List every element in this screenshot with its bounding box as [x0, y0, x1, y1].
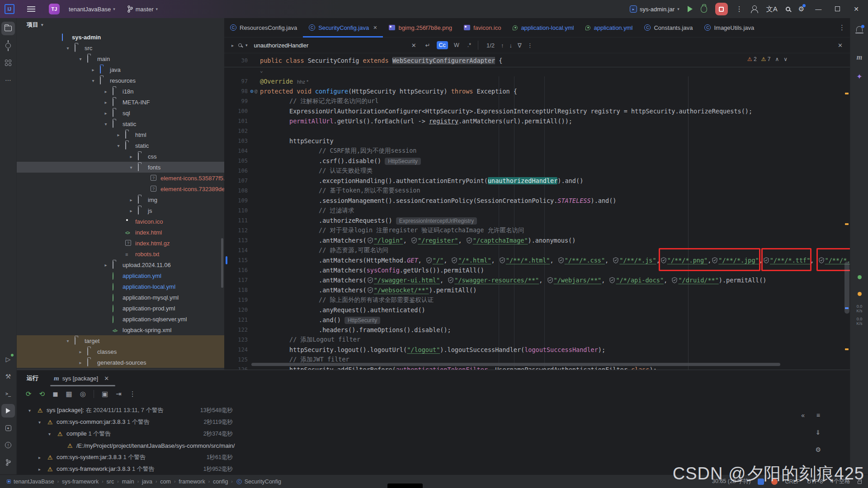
run-configuration-selector[interactable]: ▸ sys-admin.jar▾ — [630, 5, 679, 13]
tree-item[interactable]: ?index.html.gz — [17, 238, 224, 249]
tree-chevron-icon[interactable]: ▸ — [128, 208, 134, 213]
folded-region-row[interactable]: ⌄ — [224, 67, 850, 76]
changes-tool-button[interactable]: ● — [1, 421, 15, 435]
tree-item[interactable]: ▸js — [17, 205, 224, 216]
tree-item[interactable]: sys-admin — [17, 32, 224, 42]
tree-item[interactable]: ?element-icons.732389de.ttf — [17, 183, 224, 194]
line-number[interactable]: 125 — [224, 357, 248, 363]
tree-item[interactable]: ▸META-INF — [17, 97, 224, 108]
services-tool-button[interactable]: ▷ — [1, 352, 15, 366]
tree-chevron-icon[interactable]: ▸ — [103, 89, 109, 94]
stop-process-icon[interactable]: ◼ — [52, 390, 58, 398]
next-match-icon[interactable]: ↓ — [507, 42, 515, 49]
project-selector[interactable]: tenantJavaBase▾ — [66, 4, 118, 14]
tree-chevron-icon[interactable]: ▸ — [103, 100, 109, 105]
line-number[interactable]: 120 — [224, 307, 248, 313]
tree-item[interactable]: application-sqlserver.yml — [17, 314, 224, 324]
line-number[interactable]: 119 — [224, 297, 248, 303]
tree-item[interactable]: ▸img — [17, 194, 224, 205]
rerun-debug-icon[interactable]: ⟲ — [39, 390, 45, 398]
settings-button[interactable]: ⚙ — [798, 5, 804, 13]
output-chevron-icon[interactable]: ▾ — [48, 432, 51, 436]
run-output-row[interactable]: ▾⚠compile 1 个警告2秒374毫秒 — [17, 428, 850, 440]
editor-tab[interactable]: CConstants.java — [638, 18, 698, 37]
output-chevron-icon[interactable]: ▾ — [28, 408, 31, 413]
tree-chevron-icon[interactable]: ▾ — [65, 46, 71, 51]
breadcrumb-item[interactable]: tenantJavaBase — [6, 479, 54, 485]
regex-toggle[interactable]: .* — [465, 41, 473, 49]
tree-item[interactable]: ?element-icons.535877f5.woff — [17, 173, 224, 183]
line-number[interactable]: 97 — [224, 78, 248, 84]
line-number[interactable]: 103 — [224, 138, 248, 144]
more-tools-button[interactable]: ⋯ — [1, 73, 15, 87]
tree-item[interactable]: ▸java — [17, 64, 224, 75]
whole-words-toggle[interactable]: W — [452, 41, 462, 49]
tree-item[interactable]: ▾src — [17, 42, 224, 53]
breadcrumb-item[interactable]: main — [122, 479, 134, 485]
tab-list-kebab-icon[interactable]: ⋮ — [839, 23, 845, 32]
export-icon[interactable]: ⇥ — [116, 390, 122, 398]
editor-tab[interactable]: bgimg.256f7b8e.png — [383, 18, 458, 37]
find-options-icon[interactable]: ⋮ — [524, 42, 536, 49]
tree-chevron-icon[interactable]: ▾ — [65, 338, 71, 343]
editor-tab[interactable]: application-local.yml — [507, 18, 580, 37]
line-number[interactable]: 109 — [224, 197, 248, 204]
horizontal-scrollbar[interactable] — [251, 363, 780, 366]
line-number[interactable]: 99 — [224, 98, 248, 104]
line-number[interactable]: 126 — [224, 366, 248, 370]
output-chevron-icon[interactable]: ▸ — [38, 455, 41, 460]
tree-item[interactable]: application.yml — [17, 270, 224, 281]
clear-search-icon[interactable]: ✕ — [409, 42, 419, 49]
expand-replace-icon[interactable]: ▸ — [231, 43, 234, 48]
run-output-row[interactable]: ▾⚠com:sys-common:jar:3.8.3 1 个警告2秒119毫秒 — [17, 416, 850, 428]
line-number[interactable]: 102 — [224, 128, 248, 134]
project-panel-header[interactable]: 项目▾ — [17, 18, 224, 32]
editor-tab[interactable]: favicon.ico — [458, 18, 507, 37]
line-number[interactable]: 101 — [224, 118, 248, 124]
line-number[interactable]: 106 — [224, 168, 248, 174]
tree-chevron-icon[interactable]: ▾ — [115, 143, 122, 148]
annotation-gutter-icon[interactable]: @ — [255, 88, 258, 94]
close-button[interactable]: ✕ — [851, 5, 862, 13]
tree-item[interactable]: favicon.ico — [17, 216, 224, 227]
tree-item[interactable]: ▾static — [17, 118, 224, 129]
tree-chevron-icon[interactable]: ▸ — [77, 360, 84, 365]
git-tool-button[interactable] — [1, 455, 15, 469]
tree-chevron-icon[interactable]: ▾ — [103, 122, 109, 127]
editor-tab[interactable]: CSecurityConfig.java✕ — [303, 18, 383, 37]
stop-button[interactable] — [715, 3, 728, 15]
line-number[interactable]: 113 — [224, 237, 248, 244]
structure-tool-button[interactable] — [1, 56, 15, 70]
run-options-icon[interactable]: ⋮ — [129, 390, 136, 398]
tree-chevron-icon[interactable]: ▸ — [128, 154, 134, 159]
tree-chevron-icon[interactable]: ▸ — [128, 197, 134, 202]
notifications-button[interactable] — [850, 24, 868, 32]
breadcrumb-item[interactable]: com — [160, 479, 171, 485]
previous-match-icon[interactable]: ↑ — [498, 42, 507, 49]
run-output-row[interactable]: ▾⚠sys [package]: 在 2024/11/11 13:11, 7 个… — [17, 404, 850, 416]
more-actions-button[interactable]: ⋮ — [736, 5, 743, 13]
search-query[interactable]: unauthorizedHandler — [254, 42, 405, 49]
line-number[interactable]: 116 — [224, 267, 248, 273]
line-number[interactable]: 122 — [224, 327, 248, 333]
line-number[interactable]: 112 — [224, 227, 248, 234]
maximize-button[interactable] — [832, 5, 843, 13]
search-history-icon[interactable]: ▾ — [245, 43, 248, 47]
terminal-tool-button[interactable]: >_ — [1, 387, 15, 400]
editor-tab[interactable]: CResourcesConfig.java — [224, 18, 303, 37]
line-number[interactable]: 107 — [224, 178, 248, 184]
tree-item[interactable]: ▸classes — [17, 346, 224, 357]
breadcrumb-item[interactable]: src — [107, 479, 114, 485]
line-number[interactable]: 115 — [224, 257, 248, 263]
close-tab-icon[interactable]: ✕ — [373, 25, 377, 31]
close-find-bar-icon[interactable]: ✕ — [838, 42, 843, 49]
breadcrumb-item[interactable]: java — [142, 479, 152, 485]
tree-item[interactable]: application-prod.yml — [17, 303, 224, 314]
output-chevron-icon[interactable]: ▾ — [38, 420, 41, 425]
editor-tab[interactable]: application.yml — [580, 18, 638, 37]
translate-icon[interactable]: 文A — [766, 5, 778, 14]
search-everywhere-icon[interactable] — [786, 7, 790, 11]
project-tool-button[interactable] — [1, 22, 15, 35]
output-settings-icon[interactable]: ⚙ — [815, 446, 821, 453]
match-case-toggle[interactable]: Cc — [437, 41, 448, 49]
